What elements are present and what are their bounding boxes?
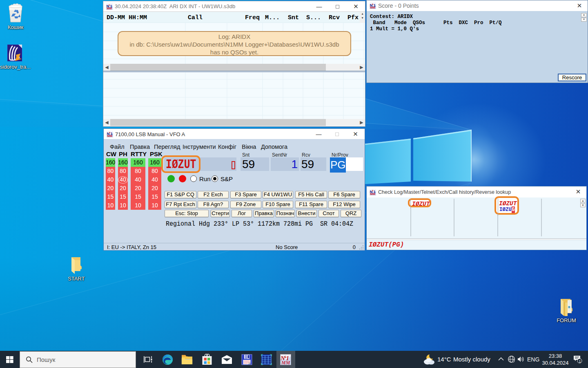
svg-text:31: 31 — [248, 362, 251, 365]
svg-text:MM: MM — [370, 192, 375, 195]
svg-text:MM: MM — [107, 7, 112, 10]
svg-text:MM: MM — [281, 360, 290, 365]
svg-text:1: 1 — [579, 359, 581, 364]
svg-text:MM: MM — [107, 134, 112, 137]
svg-text:MM: MM — [370, 6, 375, 9]
